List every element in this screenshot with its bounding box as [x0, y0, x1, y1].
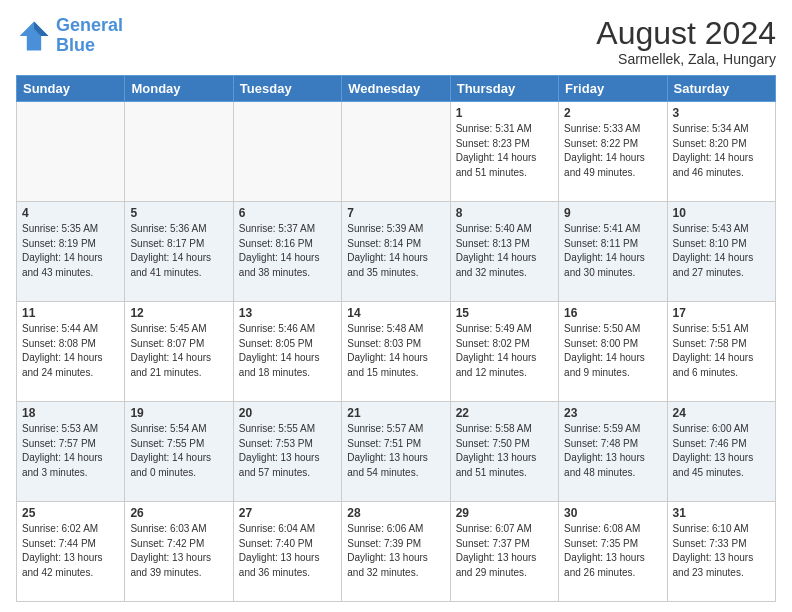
- day-number: 28: [347, 506, 444, 520]
- day-info: Sunrise: 5:34 AM Sunset: 8:20 PM Dayligh…: [673, 122, 770, 180]
- day-info: Sunrise: 5:31 AM Sunset: 8:23 PM Dayligh…: [456, 122, 553, 180]
- calendar-day-cell: 21Sunrise: 5:57 AM Sunset: 7:51 PM Dayli…: [342, 402, 450, 502]
- calendar-day-cell: [342, 102, 450, 202]
- day-number: 17: [673, 306, 770, 320]
- day-info: Sunrise: 5:36 AM Sunset: 8:17 PM Dayligh…: [130, 222, 227, 280]
- day-number: 24: [673, 406, 770, 420]
- calendar-day-cell: 17Sunrise: 5:51 AM Sunset: 7:58 PM Dayli…: [667, 302, 775, 402]
- day-number: 4: [22, 206, 119, 220]
- day-info: Sunrise: 6:06 AM Sunset: 7:39 PM Dayligh…: [347, 522, 444, 580]
- day-info: Sunrise: 5:54 AM Sunset: 7:55 PM Dayligh…: [130, 422, 227, 480]
- day-number: 16: [564, 306, 661, 320]
- day-number: 15: [456, 306, 553, 320]
- day-number: 27: [239, 506, 336, 520]
- day-info: Sunrise: 6:10 AM Sunset: 7:33 PM Dayligh…: [673, 522, 770, 580]
- day-number: 2: [564, 106, 661, 120]
- calendar-day-cell: 7Sunrise: 5:39 AM Sunset: 8:14 PM Daylig…: [342, 202, 450, 302]
- calendar-day-cell: 11Sunrise: 5:44 AM Sunset: 8:08 PM Dayli…: [17, 302, 125, 402]
- day-info: Sunrise: 5:58 AM Sunset: 7:50 PM Dayligh…: [456, 422, 553, 480]
- calendar-week-row-2: 11Sunrise: 5:44 AM Sunset: 8:08 PM Dayli…: [17, 302, 776, 402]
- calendar-header-friday: Friday: [559, 76, 667, 102]
- day-info: Sunrise: 6:02 AM Sunset: 7:44 PM Dayligh…: [22, 522, 119, 580]
- calendar-header-thursday: Thursday: [450, 76, 558, 102]
- day-number: 31: [673, 506, 770, 520]
- calendar-day-cell: 25Sunrise: 6:02 AM Sunset: 7:44 PM Dayli…: [17, 502, 125, 602]
- day-number: 20: [239, 406, 336, 420]
- calendar-day-cell: 10Sunrise: 5:43 AM Sunset: 8:10 PM Dayli…: [667, 202, 775, 302]
- subtitle: Sarmellek, Zala, Hungary: [596, 51, 776, 67]
- day-info: Sunrise: 5:57 AM Sunset: 7:51 PM Dayligh…: [347, 422, 444, 480]
- title-block: August 2024 Sarmellek, Zala, Hungary: [596, 16, 776, 67]
- header: General Blue August 2024 Sarmellek, Zala…: [16, 16, 776, 67]
- day-number: 13: [239, 306, 336, 320]
- day-info: Sunrise: 5:59 AM Sunset: 7:48 PM Dayligh…: [564, 422, 661, 480]
- main-title: August 2024: [596, 16, 776, 51]
- calendar-day-cell: 2Sunrise: 5:33 AM Sunset: 8:22 PM Daylig…: [559, 102, 667, 202]
- calendar-day-cell: 4Sunrise: 5:35 AM Sunset: 8:19 PM Daylig…: [17, 202, 125, 302]
- calendar-day-cell: 5Sunrise: 5:36 AM Sunset: 8:17 PM Daylig…: [125, 202, 233, 302]
- calendar-day-cell: 19Sunrise: 5:54 AM Sunset: 7:55 PM Dayli…: [125, 402, 233, 502]
- calendar-header-tuesday: Tuesday: [233, 76, 341, 102]
- day-number: 25: [22, 506, 119, 520]
- calendar-day-cell: 9Sunrise: 5:41 AM Sunset: 8:11 PM Daylig…: [559, 202, 667, 302]
- calendar-day-cell: 8Sunrise: 5:40 AM Sunset: 8:13 PM Daylig…: [450, 202, 558, 302]
- day-number: 8: [456, 206, 553, 220]
- calendar-day-cell: 15Sunrise: 5:49 AM Sunset: 8:02 PM Dayli…: [450, 302, 558, 402]
- day-number: 1: [456, 106, 553, 120]
- day-info: Sunrise: 5:39 AM Sunset: 8:14 PM Dayligh…: [347, 222, 444, 280]
- day-info: Sunrise: 5:44 AM Sunset: 8:08 PM Dayligh…: [22, 322, 119, 380]
- calendar-day-cell: 30Sunrise: 6:08 AM Sunset: 7:35 PM Dayli…: [559, 502, 667, 602]
- day-number: 7: [347, 206, 444, 220]
- day-number: 9: [564, 206, 661, 220]
- day-number: 23: [564, 406, 661, 420]
- day-number: 22: [456, 406, 553, 420]
- calendar-week-row-1: 4Sunrise: 5:35 AM Sunset: 8:19 PM Daylig…: [17, 202, 776, 302]
- calendar-header-sunday: Sunday: [17, 76, 125, 102]
- day-info: Sunrise: 5:43 AM Sunset: 8:10 PM Dayligh…: [673, 222, 770, 280]
- calendar-header-row: SundayMondayTuesdayWednesdayThursdayFrid…: [17, 76, 776, 102]
- day-info: Sunrise: 5:46 AM Sunset: 8:05 PM Dayligh…: [239, 322, 336, 380]
- calendar-day-cell: 29Sunrise: 6:07 AM Sunset: 7:37 PM Dayli…: [450, 502, 558, 602]
- calendar-day-cell: 14Sunrise: 5:48 AM Sunset: 8:03 PM Dayli…: [342, 302, 450, 402]
- logo-icon: [16, 18, 52, 54]
- calendar-day-cell: 12Sunrise: 5:45 AM Sunset: 8:07 PM Dayli…: [125, 302, 233, 402]
- calendar-day-cell: 18Sunrise: 5:53 AM Sunset: 7:57 PM Dayli…: [17, 402, 125, 502]
- day-number: 3: [673, 106, 770, 120]
- calendar-header-saturday: Saturday: [667, 76, 775, 102]
- day-info: Sunrise: 5:40 AM Sunset: 8:13 PM Dayligh…: [456, 222, 553, 280]
- day-number: 18: [22, 406, 119, 420]
- day-info: Sunrise: 6:04 AM Sunset: 7:40 PM Dayligh…: [239, 522, 336, 580]
- calendar-day-cell: [233, 102, 341, 202]
- day-info: Sunrise: 5:55 AM Sunset: 7:53 PM Dayligh…: [239, 422, 336, 480]
- calendar-day-cell: [17, 102, 125, 202]
- day-number: 6: [239, 206, 336, 220]
- day-number: 14: [347, 306, 444, 320]
- page: General Blue August 2024 Sarmellek, Zala…: [0, 0, 792, 612]
- calendar-day-cell: 31Sunrise: 6:10 AM Sunset: 7:33 PM Dayli…: [667, 502, 775, 602]
- day-info: Sunrise: 5:49 AM Sunset: 8:02 PM Dayligh…: [456, 322, 553, 380]
- day-info: Sunrise: 6:07 AM Sunset: 7:37 PM Dayligh…: [456, 522, 553, 580]
- calendar-day-cell: 1Sunrise: 5:31 AM Sunset: 8:23 PM Daylig…: [450, 102, 558, 202]
- calendar-day-cell: 22Sunrise: 5:58 AM Sunset: 7:50 PM Dayli…: [450, 402, 558, 502]
- calendar-day-cell: 28Sunrise: 6:06 AM Sunset: 7:39 PM Dayli…: [342, 502, 450, 602]
- day-info: Sunrise: 6:03 AM Sunset: 7:42 PM Dayligh…: [130, 522, 227, 580]
- day-info: Sunrise: 5:50 AM Sunset: 8:00 PM Dayligh…: [564, 322, 661, 380]
- day-number: 19: [130, 406, 227, 420]
- day-info: Sunrise: 5:51 AM Sunset: 7:58 PM Dayligh…: [673, 322, 770, 380]
- calendar-week-row-4: 25Sunrise: 6:02 AM Sunset: 7:44 PM Dayli…: [17, 502, 776, 602]
- day-info: Sunrise: 5:45 AM Sunset: 8:07 PM Dayligh…: [130, 322, 227, 380]
- day-info: Sunrise: 5:37 AM Sunset: 8:16 PM Dayligh…: [239, 222, 336, 280]
- day-number: 26: [130, 506, 227, 520]
- logo-text: General Blue: [56, 16, 123, 56]
- calendar-day-cell: 24Sunrise: 6:00 AM Sunset: 7:46 PM Dayli…: [667, 402, 775, 502]
- day-info: Sunrise: 6:08 AM Sunset: 7:35 PM Dayligh…: [564, 522, 661, 580]
- calendar-day-cell: 27Sunrise: 6:04 AM Sunset: 7:40 PM Dayli…: [233, 502, 341, 602]
- calendar-day-cell: 23Sunrise: 5:59 AM Sunset: 7:48 PM Dayli…: [559, 402, 667, 502]
- day-number: 29: [456, 506, 553, 520]
- calendar-day-cell: 26Sunrise: 6:03 AM Sunset: 7:42 PM Dayli…: [125, 502, 233, 602]
- day-number: 10: [673, 206, 770, 220]
- logo-line1: General: [56, 15, 123, 35]
- day-number: 12: [130, 306, 227, 320]
- calendar-day-cell: 16Sunrise: 5:50 AM Sunset: 8:00 PM Dayli…: [559, 302, 667, 402]
- day-number: 21: [347, 406, 444, 420]
